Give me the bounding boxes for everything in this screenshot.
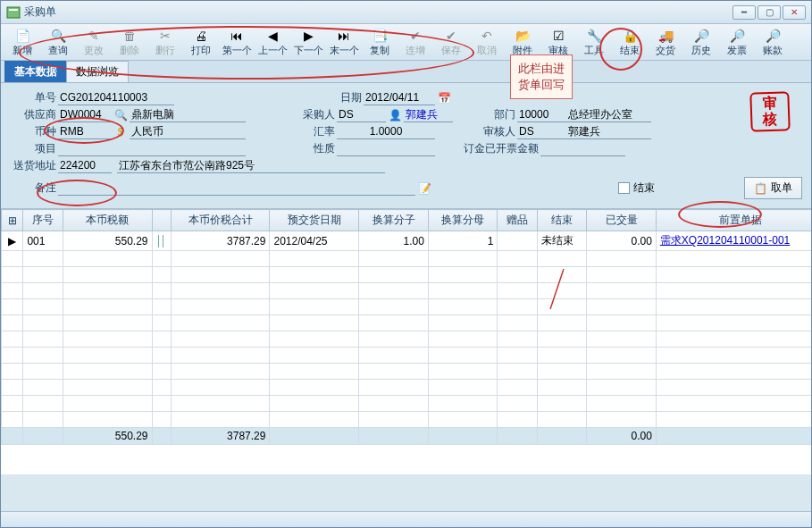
form-panel: 审 核 单号 日期📅 供应商🔍 采购人👤 部门 币种$ 汇率 审核人 项目 性质… [1,83,811,208]
col-header[interactable]: 赠品 [498,210,537,231]
col-header[interactable]: 换算分母 [428,210,498,231]
toolbar-icon: 🖨 [183,28,219,44]
toolbar-icon: ☑ [540,28,576,44]
remark-field[interactable] [58,180,415,196]
toolbar-查询[interactable]: 🔍查询 [40,26,76,58]
toolbar-icon: ✔ [398,28,433,44]
ship-code-field[interactable] [58,158,112,173]
table-row [2,348,812,364]
grid[interactable]: ⊞序号本币税额本币价税合计预交货日期换算分子换算分母赠品结束已交量前置单据底稿 … [1,208,811,474]
toolbar-交货[interactable]: 🚚交货 [648,26,683,58]
close-button[interactable]: ✕ [783,5,806,20]
toolbar-工具[interactable]: 🔧工具 [576,26,612,58]
table-row [2,299,812,315]
col-header[interactable]: 结束 [537,210,586,231]
toolbar-icon: 🔎 [755,28,791,44]
col-header[interactable]: ⊞ [2,210,23,231]
toolbar-取消: ↶取消 [469,26,505,58]
toolbar-发票[interactable]: 🔎发票 [719,26,755,58]
toolbar-icon: ↶ [469,28,505,44]
nature-label: 性质 [299,141,335,156]
toolbar-icon: ✎ [76,28,112,44]
toolbar-icon: ✂ [147,28,183,44]
toolbar-更改: ✎更改 [76,26,112,58]
col-header[interactable] [152,210,171,231]
buyer-code-field[interactable] [337,107,386,122]
table-row [2,315,812,331]
col-header[interactable]: 换算分子 [359,210,429,231]
supplier-label: 供应商 [10,107,56,122]
table-row[interactable]: ▶001550.293787.292012/04/251.001未结束0.00需… [2,231,812,251]
toolbar-末一个[interactable]: ⏭末一个 [326,26,362,58]
toolbar-复制[interactable]: 📑复制 [362,26,398,58]
currency-label: 币种 [10,124,56,139]
col-header[interactable]: 前置单据 [656,210,811,231]
fetch-order-button[interactable]: 📋取单 [744,177,802,199]
toolbar-上一个[interactable]: ◀上一个 [255,26,290,58]
date-field[interactable] [364,90,435,105]
grid-totals: 550.293787.290.00 [2,428,812,445]
table-row [2,396,812,412]
deposit-field[interactable] [540,141,625,156]
row-marker: ▶ [2,231,23,251]
buyer-label: 采购人 [299,107,335,122]
approver-label: 审核人 [480,124,515,139]
toolbar-结束[interactable]: 🔒结束 [612,26,648,58]
grid-menu-icon[interactable]: ⊞ [8,214,17,227]
toolbar-新增[interactable]: 📄新增 [4,26,40,58]
toolbar-打印[interactable]: 🖨打印 [183,26,219,58]
toolbar-icon: 🔎 [719,28,755,44]
toolbar-icon: ⏮ [219,28,255,44]
table-row [2,283,812,299]
remark-edit-icon[interactable]: 📝 [417,181,431,196]
order-no-field[interactable] [58,90,174,105]
dept-label: 部门 [489,107,515,122]
date-label: 日期 [326,90,362,105]
col-header[interactable]: 本币税额 [63,210,152,231]
maximize-button[interactable]: ▢ [758,5,781,20]
predoc-link[interactable]: 需求XQ201204110001-001 [656,231,811,251]
tab-browse[interactable]: 数据浏览 [66,61,129,82]
toolbar-icon: 🗑 [112,28,147,44]
table-row [2,331,812,348]
col-header[interactable]: 预交货日期 [270,210,359,231]
toolbar-icon: ⏭ [326,28,362,44]
end-checkbox[interactable] [618,182,630,194]
buyer-lookup-icon[interactable]: 👤 [388,108,402,122]
toolbar-附件[interactable]: 📂附件 [505,26,540,58]
buyer-name-field[interactable] [404,107,453,122]
toolbar-历史[interactable]: 🔎历史 [683,26,719,58]
tab-basic[interactable]: 基本数据 [4,61,67,82]
table-row [2,267,812,283]
toolbar-账款[interactable]: 🔎账款 [755,26,791,58]
calendar-icon[interactable]: 📅 [437,91,451,105]
toolbar-icon: 🔍 [40,28,76,44]
dept-code-field[interactable] [517,107,566,122]
nature-field[interactable] [337,141,435,156]
toolbar-审核[interactable]: ☑审核 [540,26,576,58]
currency-code-field[interactable] [58,124,112,139]
supplier-lookup-icon[interactable]: 🔍 [113,108,128,122]
supplier-code-field[interactable] [58,107,112,122]
ship-addr-field[interactable] [117,158,385,173]
dept-name-field [566,107,651,122]
table-row [2,364,812,380]
col-header[interactable]: 已交量 [587,210,657,231]
toolbar-连增: ✔连增 [398,26,433,58]
toolbar-第一个[interactable]: ⏮第一个 [219,26,255,58]
minimize-button[interactable]: ━ [732,5,756,20]
col-header[interactable]: 本币价税合计 [171,210,270,231]
col-header[interactable]: 序号 [23,210,63,231]
toolbar-icon: 🔒 [612,28,648,44]
project-field[interactable] [58,141,246,156]
end-label: 结束 [633,180,655,196]
toolbar-下一个[interactable]: ▶下一个 [290,26,326,58]
toolbar-icon: ✔ [433,28,469,44]
rate-field[interactable] [337,124,435,139]
currency-icon[interactable]: $ [113,125,128,139]
fetch-icon: 📋 [754,182,767,195]
app-window: 采购单 ━ ▢ ✕ 📄新增🔍查询✎更改🗑删除✂删行🖨打印⏮第一个◀上一个▶下一个… [0,0,812,528]
rate-label: 汇率 [299,124,335,139]
svg-rect-0 [7,7,20,18]
tab-bar: 基本数据数据浏览 [1,61,811,83]
